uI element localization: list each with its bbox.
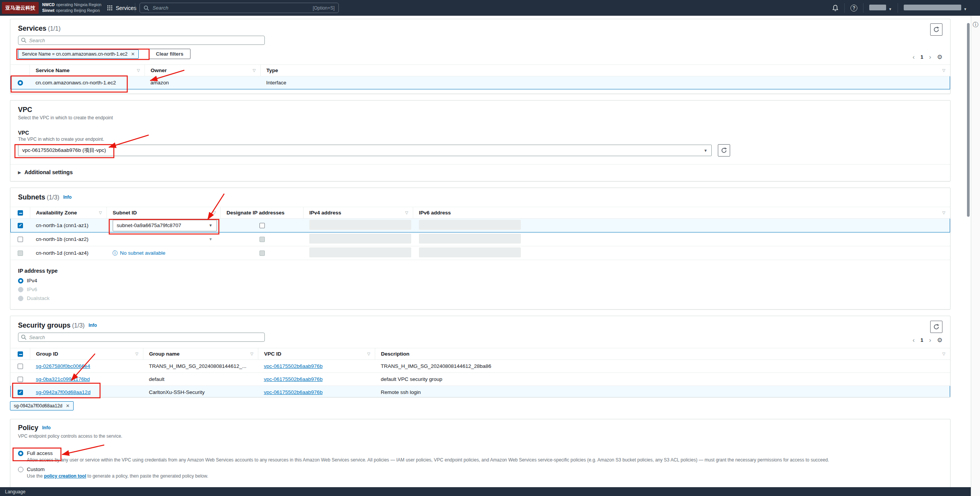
designate-ip-checkbox-az2 [259,237,265,242]
nav-divider [135,3,135,13]
column-header-ipv4-address[interactable]: IPv4 address▽ [304,207,413,219]
subnet-az1-checkbox[interactable] [18,223,23,228]
full-access-radio[interactable] [18,451,23,456]
column-header-group-id[interactable]: Group ID▽ [30,348,143,360]
service-row-radio[interactable] [18,80,23,86]
column-header-availability-zone[interactable]: Availability Zone▽ [30,207,107,219]
subnet-select-az1[interactable]: subnet-0a9a6675a79fc8707 ▼ [113,220,217,231]
security-group-row[interactable]: sg-0ba321c099f1176bd default vpc-0617550… [11,373,950,386]
aws-china-logo[interactable]: 亚马逊云科技 [2,2,39,14]
refresh-icon [933,324,939,330]
subnets-info-link[interactable]: Info [63,194,72,200]
vertical-scrollbar-thumb[interactable] [967,23,970,217]
clear-filters-button[interactable]: Clear filters [149,49,191,59]
language-selector[interactable]: Language [5,489,25,494]
next-page-icon[interactable]: › [929,337,931,343]
remove-token-icon[interactable]: ✕ [66,403,70,409]
refresh-icon [721,147,727,153]
page-number[interactable]: 1 [921,54,923,60]
column-header-description[interactable]: Description▽ [375,348,950,360]
policy-panel-title: Policy [18,424,38,432]
service-table-row[interactable]: cn.com.amazonaws.cn-north-1.ec2 amazon I… [11,76,950,89]
vpc-panel: VPC Select the VPC in which to create th… [10,100,950,181]
settings-gear-icon[interactable]: ⚙ [937,337,942,343]
radio-column-header [11,65,30,76]
notifications-bell-icon[interactable] [832,5,839,12]
sort-icon: ▽ [942,68,946,73]
security-group-row-selected[interactable]: sg-0942a7f00d68aa12d CarltonXu-SSH-Secur… [11,386,950,398]
help-icon[interactable]: ? [850,5,857,12]
previous-page-icon[interactable]: ‹ [913,54,915,60]
sg-row1-checkbox[interactable] [18,364,23,369]
subnet-az2-checkbox[interactable] [18,237,23,242]
remove-filter-icon[interactable]: ✕ [131,51,135,57]
vpc-select-value: vpc-06175502b6aab976b (项目-vpc) [22,147,106,154]
vpc-select[interactable]: vpc-06175502b6aab976b (项目-vpc) ▼ [18,145,712,156]
column-header-group-name[interactable]: Group name▽ [143,348,258,360]
filter-token-label: Service Name = cn.com.amazonaws.cn-north… [22,51,128,57]
vpc-field-label: VPC [18,130,942,136]
select-all-column-header[interactable] [11,348,30,360]
page-number[interactable]: 1 [921,337,923,343]
column-header-type[interactable]: Type▽ [261,65,950,76]
security-groups-pagination: ‹ 1 › ⚙ [913,337,942,343]
settings-gear-icon[interactable]: ⚙ [937,54,942,60]
sg-row3-group-id-link[interactable]: sg-0942a7f00d68aa12d [36,389,91,395]
policy-info-link[interactable]: Info [42,425,51,430]
global-search-bar[interactable]: Search [Option+S] [140,3,339,13]
ipv4-radio[interactable] [18,278,23,283]
column-header-subnet-id[interactable]: Subnet ID▽ [107,207,221,219]
subnet-row-az1[interactable]: cn-north-1a (cnn1-az1) subnet-0a9a6675a7… [11,219,950,232]
policy-panel: PolicyInfo VPC endpoint policy controls … [10,419,950,496]
subnet-row-az2[interactable]: cn-north-1b (cnn1-az2) ▼ [11,232,950,246]
custom-policy-description: Use the policy creation tool to generate… [27,473,942,479]
region-selector-redacted[interactable]: ▼ [869,5,892,12]
refresh-button[interactable] [930,23,942,36]
security-groups-info-link[interactable]: Info [89,323,97,328]
account-menu-redacted[interactable]: ▼ [904,5,967,12]
security-group-row[interactable]: sg-0267580f0bc0066e4 TRANS_H_IMG_SG_2024… [11,360,950,373]
sg-row2-checkbox[interactable] [18,377,23,382]
services-menu-label: Services [116,5,136,11]
select-all-column-header[interactable] [11,207,30,219]
top-navigation-bar: 亚马逊云科技 NWCDoperating Ningxia Region Sinn… [0,0,980,16]
column-header-ipv6-address[interactable]: IPv6 address▽ [413,207,950,219]
subnet-select-az2[interactable]: ▼ [113,234,217,245]
info-panel-toggle-icon[interactable]: ⓘ [971,21,980,28]
sg-row3-vpc-id-link[interactable]: vpc-06175502b6aab976b [264,389,323,395]
sg-row2-group-id-link[interactable]: sg-0ba321c099f1176bd [36,376,90,382]
subnets-panel: Subnets(1/3)Info Availability Zone▽ Subn… [10,188,950,310]
custom-desc-prefix: Use the [27,473,44,479]
service-name-cell: cn.com.amazonaws.cn-north-1.ec2 [30,76,145,89]
sg-row1-group-id-link[interactable]: sg-0267580f0bc0066e4 [36,363,90,369]
security-groups-search-input[interactable] [18,333,265,342]
next-page-icon[interactable]: › [929,54,931,60]
select-all-checkbox[interactable] [18,351,23,357]
custom-policy-radio[interactable] [18,467,23,472]
column-header-service-name[interactable]: Service Name▽ [30,65,145,76]
global-search-placeholder: Search [153,5,309,11]
column-header-owner[interactable]: Owner▽ [145,65,261,76]
column-header-vpc-id[interactable]: VPC ID▽ [258,348,375,360]
sg-row3-checkbox[interactable] [18,390,23,395]
vpc-refresh-button[interactable] [718,144,730,157]
sg-row1-description: TRANS_H_IMG_SG_20240808144612_28ba86 [375,360,950,373]
sg-row2-description: default VPC security group [375,373,950,386]
policy-creation-tool-link[interactable]: policy creation tool [44,473,86,479]
sg-row2-vpc-id-link[interactable]: vpc-06175502b6aab976b [264,376,323,382]
sg-row1-vpc-id-link[interactable]: vpc-06175502b6aab976b [264,363,323,369]
az4-label: cn-north-1d (cnn1-az4) [30,246,107,260]
designate-ip-checkbox-az1[interactable] [259,223,265,228]
selected-security-group-token[interactable]: sg-0942a7f00d68aa12d ✕ [10,401,74,410]
service-name-filter-token[interactable]: Service Name = cn.com.amazonaws.cn-north… [18,49,139,59]
previous-page-icon[interactable]: ‹ [913,337,915,343]
services-search-input[interactable] [18,36,265,45]
services-count: (1/1) [48,25,61,32]
ipv6-address-input-az1 [419,220,521,230]
sort-icon: ▽ [137,68,140,73]
refresh-button[interactable] [930,321,942,333]
additional-settings-expander[interactable]: ▶ Additional settings [10,165,950,180]
policy-subtitle: VPC endpoint policy controls access to t… [18,433,942,439]
select-all-checkbox[interactable] [18,210,23,216]
sort-icon: ▽ [367,352,370,356]
